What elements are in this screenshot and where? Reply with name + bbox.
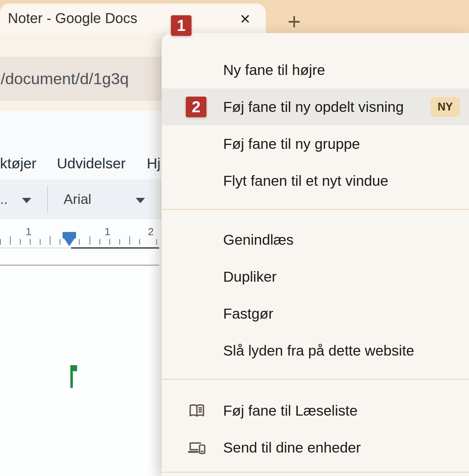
- ruler-tick: [139, 239, 140, 245]
- ruler-tick: [40, 239, 41, 245]
- menu-item-move-tab-new-window[interactable]: Flyt fanen til et nyt vindue: [162, 162, 469, 199]
- ruler-tick: [0, 239, 1, 245]
- ruler-baseline-margin: [0, 248, 71, 248]
- menu-item-tools[interactable]: ktøjer: [0, 153, 37, 174]
- ruler-baseline-active: [71, 247, 159, 249]
- tab-context-menu: Ny fane til højre Føj fane til ny opdelt…: [162, 33, 469, 476]
- ruler-tick: [90, 236, 90, 245]
- ruler-tick: [156, 239, 157, 245]
- menu-item-pin[interactable]: Fastgør: [162, 295, 469, 332]
- reading-list-icon: [187, 401, 207, 421]
- devices-icon: [187, 438, 207, 458]
- menu-item-new-tab-right[interactable]: Ny fane til højre: [162, 52, 469, 88]
- ruler-tick: [20, 239, 21, 245]
- chevron-down-icon[interactable]: [22, 198, 31, 203]
- annotation-step-1: 1: [171, 15, 192, 36]
- tab-title: Noter - Google Docs: [8, 4, 138, 33]
- menu-item-duplicate[interactable]: Dupliker: [162, 258, 469, 295]
- menu-item-send-to-devices[interactable]: Send til dine enheder: [162, 429, 469, 466]
- collaborator-cursor: [70, 365, 77, 388]
- ruler-tick: [99, 239, 100, 245]
- address-bar[interactable]: /document/d/1g3q: [0, 57, 169, 101]
- ruler-tick: [109, 239, 110, 245]
- page-top-edge: [0, 265, 159, 266]
- new-tab-button[interactable]: +: [283, 12, 306, 33]
- styles-dropdown-label[interactable]: ..: [0, 189, 8, 210]
- ruler-number: 1: [104, 226, 110, 238]
- menu-item-add-tab-split-view[interactable]: Føj fane til ny opdelt visning NY: [162, 88, 469, 125]
- url-text: /document/d/1g3q: [1, 57, 129, 101]
- menu-item-add-reading-list[interactable]: Føj fane til Læseliste: [162, 392, 469, 429]
- ruler-tick: [10, 236, 11, 245]
- ruler-tick: [79, 239, 80, 245]
- ruler-number: 2: [148, 226, 154, 238]
- screenshot-root: Noter - Google Docs ✕ + /document/d/1g3q…: [0, 0, 469, 476]
- menu-separator: [162, 379, 469, 380]
- font-dropdown-label[interactable]: Arial: [64, 189, 91, 210]
- menu-item-help[interactable]: Hj: [147, 153, 161, 174]
- ruler-tick: [50, 236, 50, 245]
- menu-item-extensions[interactable]: Udvidelser: [57, 153, 126, 174]
- menu-separator: [162, 472, 469, 473]
- chevron-down-icon[interactable]: [136, 198, 145, 203]
- browser-tab[interactable]: Noter - Google Docs ✕: [0, 4, 266, 33]
- tab-close-icon[interactable]: ✕: [235, 11, 255, 27]
- menu-separator: [162, 209, 469, 210]
- browser-tab-strip: Noter - Google Docs ✕ +: [0, 0, 469, 33]
- new-feature-badge: NY: [430, 97, 460, 117]
- ruler-tick: [30, 239, 31, 245]
- indent-marker[interactable]: [63, 232, 76, 246]
- ruler-number: 1: [26, 226, 32, 238]
- toolbar-divider: [47, 186, 48, 213]
- menu-item-reload[interactable]: Genindlæs: [162, 221, 469, 258]
- ruler-tick: [60, 239, 60, 245]
- menu-item-mute-site[interactable]: Slå lyden fra på dette website: [162, 332, 469, 369]
- ruler-tick: [119, 239, 120, 245]
- annotation-step-2: 2: [186, 97, 206, 117]
- menu-item-add-tab-group[interactable]: Føj fane til ny gruppe: [162, 125, 469, 162]
- ruler-tick: [129, 236, 130, 245]
